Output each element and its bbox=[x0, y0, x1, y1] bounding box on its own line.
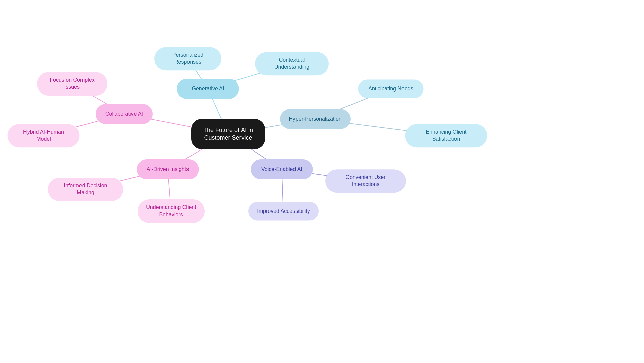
generative-ai-node: Generative AI bbox=[177, 79, 239, 99]
improved-accessibility-node: Improved Accessibility bbox=[248, 202, 319, 221]
understanding-client-behaviors-node: Understanding Client Behaviors bbox=[138, 199, 205, 223]
mind-map: The Future of AI in Customer ServiceGene… bbox=[0, 0, 644, 363]
anticipating-needs-node: Anticipating Needs bbox=[358, 80, 424, 98]
informed-decision-making-node: Informed Decision Making bbox=[48, 178, 123, 201]
enhancing-client-satisfaction-node: Enhancing Client Satisfaction bbox=[405, 124, 487, 147]
hyper-personalization-node: Hyper-Personalization bbox=[280, 109, 351, 129]
voice-enabled-ai-node: Voice-Enabled AI bbox=[251, 159, 313, 179]
convenient-user-interactions-node: Convenient User Interactions bbox=[325, 169, 406, 193]
contextual-understanding-node: Contextual Understanding bbox=[255, 52, 329, 75]
ai-driven-insights-node: AI-Driven Insights bbox=[137, 159, 199, 179]
hybrid-ai-human-node: Hybrid AI-Human Model bbox=[8, 124, 80, 147]
center-node: The Future of AI in Customer Service bbox=[191, 119, 265, 149]
personalized-responses-node: Personalized Responses bbox=[154, 47, 221, 70]
focus-complex-issues-node: Focus on Complex Issues bbox=[37, 72, 107, 96]
collaborative-ai-node: Collaborative AI bbox=[96, 104, 153, 124]
